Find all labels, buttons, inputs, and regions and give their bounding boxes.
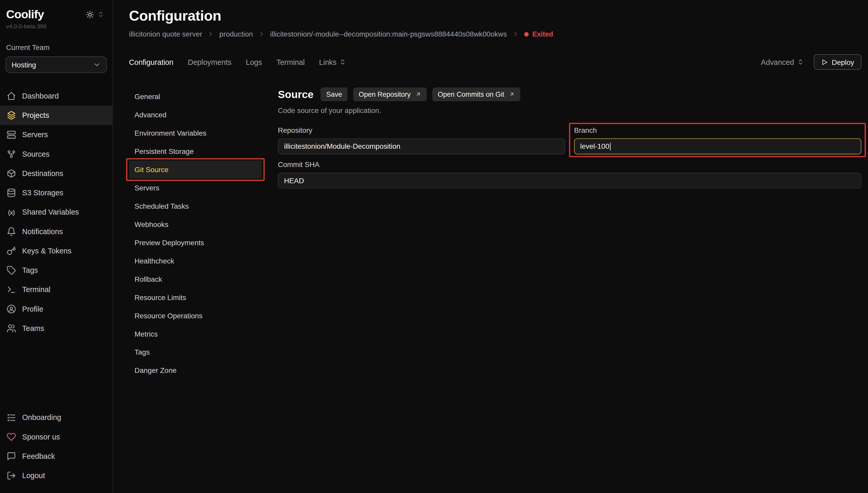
tab-deployments[interactable]: Deployments bbox=[188, 58, 231, 66]
app-logo: Coolify bbox=[6, 8, 44, 21]
subnav-item-rollback[interactable]: Rollback bbox=[129, 270, 262, 288]
users-icon bbox=[7, 324, 16, 333]
sidebar-item-teams[interactable]: Teams bbox=[0, 319, 112, 338]
breadcrumb-project[interactable]: illicitonion quote server bbox=[129, 30, 202, 38]
sidebar-item-label: Sources bbox=[22, 150, 50, 158]
sidebar-item-dashboard[interactable]: Dashboard bbox=[0, 86, 112, 106]
breadcrumb-application[interactable]: illicitestonion/-module--decomposition:m… bbox=[270, 30, 507, 38]
source-title: Source bbox=[278, 88, 314, 100]
subnav-item-advanced[interactable]: Advanced bbox=[129, 106, 262, 124]
sidebar-item-label: Projects bbox=[22, 111, 49, 120]
deploy-button[interactable]: Deploy bbox=[813, 54, 861, 70]
sidebar-item-label: Dashboard bbox=[22, 92, 59, 100]
package-icon bbox=[7, 169, 16, 178]
tab-logs[interactable]: Logs bbox=[246, 58, 262, 66]
sidebar-item-projects[interactable]: Projects bbox=[0, 106, 112, 125]
tabs-right: Advanced Deploy bbox=[761, 54, 861, 70]
tab-configuration[interactable]: Configuration bbox=[129, 58, 173, 66]
save-button[interactable]: Save bbox=[321, 87, 347, 101]
subnav-item-preview-deployments[interactable]: Preview Deployments bbox=[129, 234, 262, 252]
external-link-icon bbox=[415, 91, 421, 98]
advanced-toggle[interactable]: Advanced bbox=[761, 58, 804, 66]
branch-value: level-100 bbox=[580, 142, 609, 151]
open-commits-button[interactable]: Open Commits on Git bbox=[432, 87, 520, 101]
chevron-right-icon bbox=[512, 30, 519, 38]
sidebar-item-label: Onboarding bbox=[22, 413, 61, 422]
checklist-icon bbox=[7, 413, 16, 422]
key-icon bbox=[7, 246, 16, 256]
subnav-item-environment-variables[interactable]: Environment Variables bbox=[129, 124, 262, 142]
message-icon bbox=[7, 452, 16, 461]
sidebar-item-logout[interactable]: Logout bbox=[0, 466, 112, 485]
subnav-item-danger-zone[interactable]: Danger Zone bbox=[129, 361, 262, 380]
sidebar-item-label: S3 Storages bbox=[22, 189, 63, 197]
subnav-item-git-source[interactable]: Git Source bbox=[129, 160, 262, 179]
repository-label: Repository bbox=[278, 126, 565, 134]
sidebar-nav: Dashboard Projects Servers Sources Desti… bbox=[0, 86, 112, 338]
sidebar-item-label: Terminal bbox=[22, 286, 50, 294]
sidebar-item-s3-storages[interactable]: S3 Storages bbox=[0, 183, 112, 202]
status-badge: Exited bbox=[524, 30, 553, 38]
terminal-icon bbox=[7, 285, 16, 295]
tab-links[interactable]: Links bbox=[319, 58, 346, 66]
tab-links-label: Links bbox=[319, 58, 337, 66]
logout-icon bbox=[7, 471, 16, 480]
subnav-item-scheduled-tasks[interactable]: Scheduled Tasks bbox=[129, 197, 262, 215]
commit-sha-input[interactable]: HEAD bbox=[278, 173, 862, 189]
server-icon bbox=[7, 130, 16, 140]
sidebar-item-tags[interactable]: Tags bbox=[0, 261, 112, 280]
sidebar-item-label: Profile bbox=[22, 305, 43, 313]
subnav-item-webhooks[interactable]: Webhooks bbox=[129, 215, 262, 234]
sidebar-item-profile[interactable]: Profile bbox=[0, 299, 112, 319]
user-circle-icon bbox=[7, 304, 16, 314]
sidebar-item-feedback[interactable]: Feedback bbox=[0, 446, 112, 466]
chevron-right-icon bbox=[258, 30, 265, 38]
sidebar-item-label: Logout bbox=[22, 471, 45, 479]
branch-input[interactable]: level-100 bbox=[574, 138, 861, 154]
configuration-content: General Advanced Environment Variables P… bbox=[129, 87, 861, 493]
heart-icon bbox=[7, 432, 16, 442]
save-button-label: Save bbox=[326, 90, 342, 98]
sidebar-item-keys-tokens[interactable]: Keys & Tokens bbox=[0, 241, 112, 261]
subnav-item-tags[interactable]: Tags bbox=[129, 343, 262, 361]
sidebar-item-label: Sponsor us bbox=[22, 433, 60, 441]
subnav-item-metrics[interactable]: Metrics bbox=[129, 325, 262, 343]
sidebar-item-label: Feedback bbox=[22, 452, 55, 460]
team-select[interactable]: Hosting bbox=[6, 56, 107, 73]
theme-controls bbox=[86, 10, 104, 19]
sidebar-item-servers[interactable]: Servers bbox=[0, 125, 112, 144]
sidebar-item-label: Destinations bbox=[22, 169, 63, 177]
source-description: Code source of your application. bbox=[278, 106, 862, 114]
sidebar-item-label: Notifications bbox=[22, 228, 63, 236]
branch-field: Branch level-100 bbox=[574, 126, 861, 154]
repository-input[interactable]: illicitestonion/Module-Decomposition bbox=[278, 138, 565, 154]
chevron-down-icon bbox=[93, 61, 101, 69]
subnav-item-healthcheck[interactable]: Healthcheck bbox=[129, 252, 262, 270]
sidebar-item-onboarding[interactable]: Onboarding bbox=[0, 408, 112, 427]
version-label: v4.0.0-beta.399 bbox=[0, 21, 112, 29]
home-icon bbox=[7, 91, 16, 101]
subnav-item-resource-limits[interactable]: Resource Limits bbox=[129, 288, 262, 306]
sun-icon[interactable] bbox=[86, 10, 94, 19]
sidebar-item-sponsor-us[interactable]: Sponsor us bbox=[0, 427, 112, 446]
deploy-button-label: Deploy bbox=[832, 58, 854, 66]
open-commits-label: Open Commits on Git bbox=[438, 90, 504, 98]
subnav-item-servers[interactable]: Servers bbox=[129, 179, 262, 197]
sidebar-item-notifications[interactable]: Notifications bbox=[0, 222, 112, 241]
sidebar-item-destinations[interactable]: Destinations bbox=[0, 164, 112, 183]
sidebar-item-shared-variables[interactable]: (x) Shared Variables bbox=[0, 202, 112, 222]
subnav-item-persistent-storage[interactable]: Persistent Storage bbox=[129, 142, 262, 160]
chevrons-up-down-icon[interactable] bbox=[97, 11, 104, 18]
status-dot bbox=[524, 32, 528, 36]
source-panel-header: Source Save Open Repository Open Commits… bbox=[278, 87, 862, 101]
sidebar-item-label: Keys & Tokens bbox=[22, 247, 71, 255]
subnav-item-general[interactable]: General bbox=[129, 87, 262, 106]
commit-sha-field: Commit SHA HEAD bbox=[278, 160, 862, 189]
chevron-right-icon bbox=[207, 30, 214, 38]
open-repository-button[interactable]: Open Repository bbox=[353, 87, 427, 101]
subnav-item-resource-operations[interactable]: Resource Operations bbox=[129, 306, 262, 325]
sidebar-item-sources[interactable]: Sources bbox=[0, 144, 112, 164]
breadcrumb-environment[interactable]: production bbox=[219, 30, 253, 38]
sidebar-item-terminal[interactable]: Terminal bbox=[0, 280, 112, 299]
tab-terminal[interactable]: Terminal bbox=[276, 58, 305, 66]
